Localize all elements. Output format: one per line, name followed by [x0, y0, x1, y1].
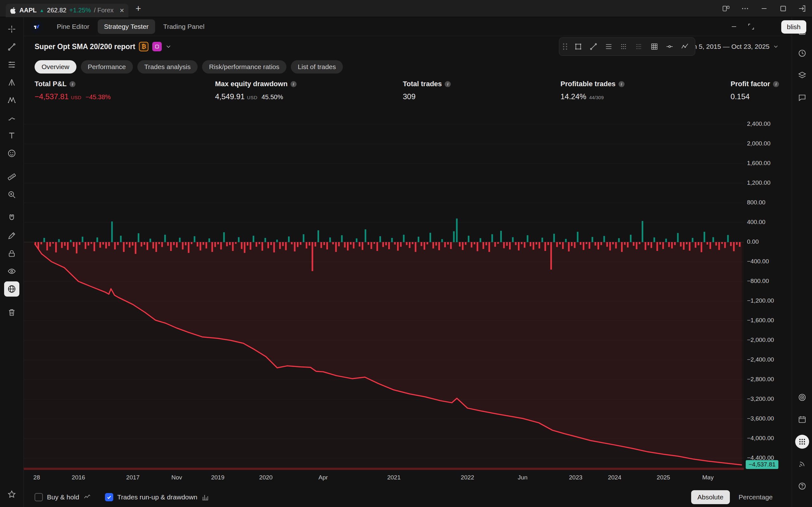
calendar-icon[interactable] [795, 412, 809, 427]
zoom-in-tool[interactable] [4, 187, 19, 202]
price-axis-label: 400.00 [747, 219, 765, 226]
price-axis-label: 0.00 [747, 238, 759, 245]
tab-trading-panel[interactable]: Trading Panel [157, 19, 211, 34]
chart-plot[interactable] [24, 104, 744, 489]
window-maximize-icon[interactable] [779, 4, 787, 13]
buy-hold-toggle[interactable]: Buy & hold [35, 493, 91, 501]
trendline-icon[interactable] [587, 40, 600, 54]
apps-grid-icon[interactable] [795, 435, 809, 449]
view-tab-list-of-trades[interactable]: List of trades [291, 60, 343, 73]
close-tab-icon[interactable]: × [119, 6, 124, 15]
edit-pencil-tool[interactable] [4, 228, 19, 243]
horizontal-lines-icon[interactable] [602, 40, 616, 54]
trades-runup-label: Trades run-up & drawdown [117, 493, 198, 501]
stat-value: −4,537.81 [35, 92, 68, 101]
view-tab-risk-performance-ratios[interactable]: Risk/performance ratios [202, 60, 287, 73]
data-feed-icon[interactable] [795, 457, 809, 471]
time-axis[interactable]: 2820162017Nov20192020Apr20212022Jun20232… [24, 474, 744, 484]
time-axis-label: 2023 [569, 474, 582, 481]
info-icon[interactable] [445, 81, 451, 87]
report-chevron-down-icon[interactable] [165, 43, 172, 50]
alerts-clock-icon[interactable] [795, 46, 809, 60]
remove-drawings-tool[interactable] [4, 305, 19, 320]
price-axis-label: −1,200.00 [747, 297, 774, 304]
tab-strategy-tester[interactable]: Strategy Tester [98, 19, 155, 34]
polyline-nodes-icon[interactable] [678, 40, 692, 54]
more-options-icon[interactable] [741, 4, 749, 13]
favorites-star-icon[interactable] [4, 487, 19, 502]
browser-tab[interactable]: AAPL ▲ 262.82 +1.25% / Forex × [6, 4, 129, 17]
trades-runup-toggle[interactable]: Trades run-up & drawdown [105, 493, 209, 501]
globe-sync-tool[interactable] [4, 281, 19, 297]
strategy-panel-header: Pine Editor Strategy Tester Trading Pane… [24, 17, 792, 36]
price-axis-label: −4,000.00 [747, 435, 774, 442]
trades-runup-checkbox[interactable] [105, 493, 113, 501]
price-axis-label: −3,600.00 [747, 415, 774, 422]
view-tab-overview[interactable]: Overview [35, 60, 77, 73]
report-header: Super Opt SMA 20/200 report ₿ n 5, 2015 … [24, 36, 792, 57]
time-axis-label: 2022 [461, 474, 474, 481]
new-tab-button[interactable]: + [136, 4, 141, 13]
grid-icon[interactable] [647, 40, 661, 54]
time-axis-label: 2019 [211, 474, 224, 481]
toolbar-drag-handle[interactable] [563, 43, 567, 50]
window-exit-icon[interactable] [798, 4, 806, 13]
dashed-lines-icon[interactable] [617, 40, 631, 54]
crosshair-tool[interactable] [4, 21, 19, 37]
fib-retracement-tool[interactable] [4, 57, 19, 72]
absolute-mode-button[interactable]: Absolute [691, 490, 730, 504]
time-axis-label: 2025 [657, 474, 670, 481]
stat-total-pnl: Total P&L −4,537.81USD−45.38% [35, 80, 111, 101]
time-axis-label: 2020 [259, 474, 272, 481]
stats-row: Total P&L −4,537.81USD−45.38% Max equity… [24, 77, 792, 104]
time-axis-label: 2021 [387, 474, 401, 481]
dotted-lines-icon[interactable] [632, 40, 646, 54]
info-icon[interactable] [773, 81, 779, 87]
tab-suffix: / Forex [94, 7, 113, 14]
line-chart-icon [84, 493, 91, 501]
date-range-text: n 5, 2015 — Oct 23, 2025 [693, 43, 770, 50]
text-tool[interactable] [4, 128, 19, 143]
hide-drawings-tool[interactable] [4, 264, 19, 279]
date-range-selector[interactable]: n 5, 2015 — Oct 23, 2025 [693, 43, 779, 50]
layers-icon[interactable] [795, 68, 809, 82]
buy-hold-checkbox[interactable] [35, 493, 43, 501]
line-with-marker-icon[interactable] [663, 40, 676, 54]
price-axis-label: 800.00 [747, 199, 765, 206]
tradingview-logo[interactable] [30, 20, 43, 33]
trendline-tool[interactable] [4, 39, 19, 55]
price-axis-label: 2,400.00 [747, 120, 770, 127]
help-icon[interactable] [795, 479, 809, 493]
magnet-tool[interactable] [4, 210, 19, 226]
info-icon[interactable] [69, 81, 75, 87]
time-axis-label: Nov [171, 474, 182, 481]
equity-value-badge: −4,537.81 [746, 460, 778, 469]
tab-symbol: AAPL [19, 7, 37, 14]
window-minimize-icon[interactable] [760, 4, 768, 13]
ideas-chat-icon[interactable] [795, 91, 809, 105]
emoji-tool[interactable] [4, 146, 19, 161]
brush-tool[interactable] [4, 110, 19, 125]
tab-pine-editor[interactable]: Pine Editor [50, 19, 96, 34]
apple-logo-icon [10, 7, 16, 14]
panel-maximize-icon[interactable] [747, 23, 755, 31]
pitchfork-tool[interactable] [4, 75, 19, 90]
target-icon[interactable] [795, 390, 809, 404]
xabcd-pattern-tool[interactable] [4, 93, 19, 108]
time-axis-label: Apr [318, 474, 328, 481]
lock-tool[interactable] [4, 246, 19, 261]
info-icon[interactable] [291, 81, 297, 87]
tab-price: 262.82 [47, 7, 66, 14]
price-axis[interactable]: 2,400.002,000.001,600.001,200.00800.0040… [747, 104, 795, 489]
selection-rect-icon[interactable] [571, 40, 585, 54]
info-icon[interactable] [618, 81, 624, 87]
percentage-mode-button[interactable]: Percentage [739, 493, 773, 501]
measure-ruler-tool[interactable] [4, 169, 19, 184]
view-tab-trades-analysis[interactable]: Trades analysis [137, 60, 198, 73]
publish-button[interactable]: blish [781, 20, 806, 34]
panel-minimize-icon[interactable] [730, 23, 738, 31]
tab-overview-icon[interactable] [722, 4, 730, 13]
stat-value: 4,549.91 [215, 92, 245, 101]
view-tab-performance[interactable]: Performance [81, 60, 133, 73]
floating-drawing-toolbar [559, 38, 695, 56]
